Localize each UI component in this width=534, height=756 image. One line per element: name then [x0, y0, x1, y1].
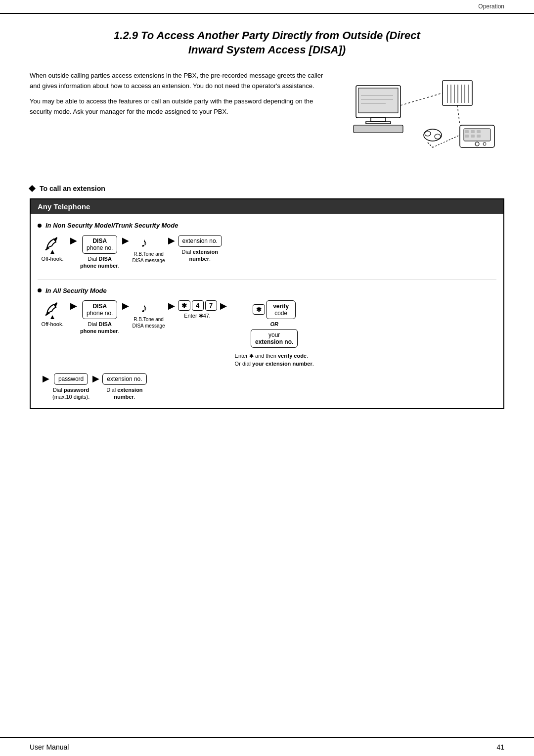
svg-line-26: [400, 93, 443, 105]
diagram-inner: In Non Security Model/Trunk Security Mod…: [31, 214, 503, 408]
arrow6-icon: ▶: [168, 300, 175, 311]
verify-area: ✱ verify code OR your extension no.: [235, 300, 314, 368]
footer-right: 41: [496, 743, 504, 751]
svg-line-27: [457, 105, 460, 125]
svg-point-19: [483, 142, 486, 145]
mode2-heading: In All Security Mode: [38, 287, 496, 294]
arrow2-icon: ▶: [122, 235, 129, 246]
mode1-flow: Off-hook. ▶ DISA phone no. Dial DISAphon…: [38, 235, 496, 270]
arrow8-icon: ▶: [43, 373, 49, 384]
ext-col: extension no. Dial extensionnumber.: [178, 235, 222, 263]
footer-left: User Manual: [30, 743, 69, 751]
offhook-col2: Off-hook.: [38, 300, 67, 328]
verify-box-row: ✱ verify code: [253, 300, 296, 319]
svg-rect-23: [465, 135, 469, 138]
extension-box: extension no.: [178, 235, 222, 247]
intro-text: When outside calling parties access exte…: [30, 71, 331, 170]
ext-col2: extension no. Dial extensionnumber.: [102, 373, 146, 401]
svg-rect-24: [471, 135, 475, 138]
verify-code-box: verify code: [266, 300, 296, 319]
ext-label: Dial extensionnumber.: [182, 248, 218, 263]
diagram-box: Any Telephone In Non Security Model/Trun…: [30, 198, 504, 409]
section-title: 1.2.9 To Access Another Party Directly f…: [30, 29, 504, 57]
mode2-top-flow: Off-hook. ▶ DISA phone no. Dial DISAphon…: [38, 300, 496, 368]
tone-label: R.B.Tone andDISA message: [132, 251, 165, 264]
key4: 4: [192, 300, 204, 311]
tone-icon: ♪: [140, 235, 158, 250]
password-label: Dial password(max.10 digits).: [52, 386, 89, 401]
arrow3-icon: ▶: [168, 235, 175, 246]
offhook-label: Off-hook.: [41, 255, 63, 262]
disa-box: DISA phone no.: [82, 235, 117, 254]
call-extension-heading: To call an extension: [30, 185, 504, 192]
svg-rect-22: [477, 130, 481, 133]
arrow7-icon: ▶: [220, 300, 227, 311]
ext-label2: Dial extensionnumber.: [106, 386, 142, 401]
intro-para1: When outside calling parties access exte…: [30, 71, 331, 92]
tone-col2: ♪ R.B.Tone andDISA message: [132, 300, 165, 329]
mode1-heading: In Non Security Model/Trunk Security Mod…: [38, 222, 496, 229]
svg-rect-3: [366, 122, 391, 124]
svg-point-30: [435, 134, 441, 139]
bullet-circle2-icon: [38, 288, 42, 292]
password-box: password: [54, 373, 88, 385]
keys-col: ✱ 4 7 Enter ✱47.: [178, 300, 217, 319]
offhook-col: Off-hook.: [38, 235, 67, 262]
svg-point-18: [475, 142, 479, 146]
svg-rect-21: [471, 130, 475, 133]
svg-rect-4: [354, 125, 403, 133]
illustration-svg: [351, 71, 499, 170]
svg-point-29: [425, 131, 431, 136]
header-label: Operation: [478, 3, 504, 10]
page-container: Operation 1.2.9 To Access Another Party …: [0, 0, 534, 756]
main-content: 1.2.9 To Access Another Party Directly f…: [0, 14, 534, 464]
mode2-bottom-flow: ▶ password Dial password(max.10 digits).…: [38, 373, 496, 401]
offhook2-label: Off-hook.: [41, 321, 63, 328]
password-col: password Dial password(max.10 digits).: [52, 373, 89, 401]
svg-marker-35: [50, 315, 54, 319]
key7: 7: [205, 300, 217, 311]
disa-box2: DISA phone no.: [82, 300, 117, 319]
svg-line-32: [433, 135, 460, 147]
diamond-bullet-icon: [29, 185, 36, 192]
your-ext-box: your extension no.: [251, 329, 298, 348]
disa-box-col2: DISA phone no. Dial DISAphone number.: [80, 300, 119, 335]
svg-rect-2: [371, 118, 386, 122]
intro-para2: You may be able to access the features o…: [30, 96, 331, 117]
disa-box-col: DISA phone no. Dial DISAphone number.: [80, 235, 119, 270]
svg-rect-20: [465, 130, 469, 133]
bullet-circle-icon: [38, 224, 42, 228]
arrow5-icon: ▶: [122, 300, 129, 311]
intro-section: When outside calling parties access exte…: [30, 71, 504, 170]
svg-rect-8: [443, 81, 472, 105]
intro-image: [346, 71, 504, 170]
svg-line-31: [428, 142, 433, 147]
keys-container: ✱ 4 7: [178, 300, 217, 311]
svg-rect-1: [358, 88, 398, 113]
arrow4-icon: ▶: [70, 300, 77, 311]
svg-marker-33: [50, 250, 54, 254]
svg-text:♪: ♪: [141, 301, 147, 315]
arrow9-icon: ▶: [92, 373, 99, 384]
or-label: OR: [270, 321, 278, 327]
enter-label: Enter ✱47.: [184, 312, 211, 319]
svg-point-28: [424, 129, 442, 141]
extension-box2: extension no.: [102, 373, 146, 385]
disa-label2: Dial DISAphone number.: [80, 321, 119, 335]
svg-text:♪: ♪: [141, 236, 147, 250]
diagram-header: Any Telephone: [31, 199, 503, 214]
page-footer: User Manual 41: [0, 737, 534, 756]
tone-col: ♪ R.B.Tone andDISA message: [132, 235, 165, 264]
star-key: ✱: [178, 300, 190, 311]
tone2-label: R.B.Tone andDISA message: [132, 316, 165, 329]
top-bar: Operation: [0, 0, 534, 14]
enter-note: Enter ✱ and then verify code. Or dial yo…: [235, 352, 314, 368]
arrow1-icon: ▶: [70, 235, 77, 246]
tone2-icon: ♪: [140, 300, 158, 315]
phone-offhook-icon: [43, 235, 62, 254]
call-extension-label: To call an extension: [40, 185, 105, 192]
verify-star-key: ✱: [253, 304, 265, 315]
disa-label: Dial DISAphone number.: [80, 255, 119, 270]
phone-offhook2-icon: [43, 300, 62, 319]
mode-divider: [38, 280, 496, 280]
